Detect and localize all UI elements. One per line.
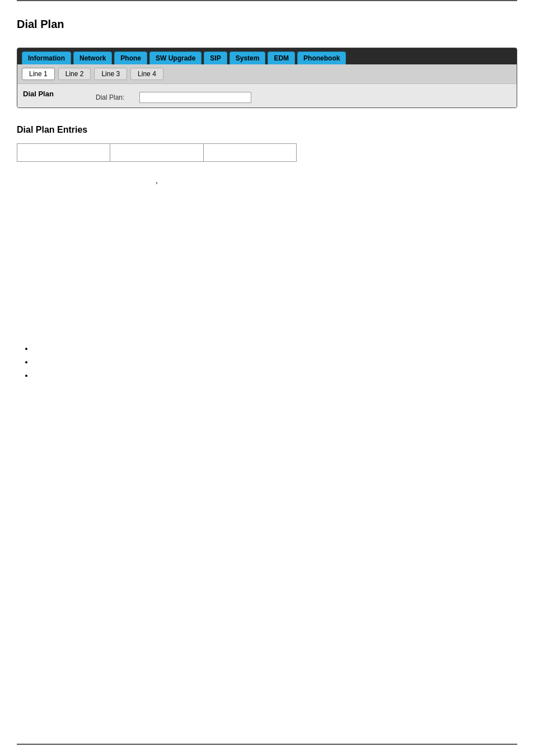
nav-panel: Information Network Phone SW Upgrade SIP… [17, 48, 517, 108]
entry-cell-3[interactable] [203, 144, 296, 162]
entry-cell-1[interactable] [17, 144, 110, 162]
tab-phonebook[interactable]: Phonebook [297, 52, 346, 64]
tab-information[interactable]: Information [22, 52, 71, 64]
sub-tabs-row: Line 1 Line 2 Line 3 Line 4 [17, 64, 517, 84]
bullet-item-2 [34, 358, 517, 368]
nav-tabs-row: Information Network Phone SW Upgrade SIP… [17, 48, 517, 64]
dial-plan-input[interactable] [139, 92, 251, 103]
tab-edm[interactable]: EDM [268, 52, 295, 64]
tab-network[interactable]: Network [73, 52, 112, 64]
sub-tab-line2[interactable]: Line 2 [58, 68, 91, 80]
tab-system[interactable]: System [229, 52, 266, 64]
page-content: Dial Plan Information Network Phone SW U… [0, 1, 534, 396]
dial-plan-section-label: Dial Plan [23, 88, 96, 99]
page-title: Dial Plan [17, 18, 517, 31]
dial-plan-fields: Dial Plan: [96, 88, 511, 103]
bullet-item-3 [34, 371, 517, 381]
tab-sw-upgrade[interactable]: SW Upgrade [149, 52, 202, 64]
entries-table [17, 143, 297, 162]
tab-sip[interactable]: SIP [204, 52, 227, 64]
dial-plan-field-label: Dial Plan: [96, 94, 135, 101]
sub-tab-line1[interactable]: Line 1 [22, 68, 55, 80]
dial-plan-row: Dial Plan Dial Plan: [17, 84, 517, 108]
comma-separator: , [17, 173, 297, 188]
bullet-list [17, 344, 517, 381]
page-wrapper: Dial Plan Information Network Phone SW U… [0, 0, 534, 756]
tab-phone[interactable]: Phone [114, 52, 147, 64]
bottom-border [17, 744, 517, 745]
entry-cell-2[interactable] [110, 144, 203, 162]
bullet-item-1 [34, 344, 517, 354]
nav-sub-content: Line 1 Line 2 Line 3 Line 4 Dial Plan Di… [17, 64, 517, 108]
dial-plan-entries-heading: Dial Plan Entries [17, 125, 517, 135]
sub-tab-line4[interactable]: Line 4 [130, 68, 163, 80]
table-row [17, 144, 297, 162]
dial-plan-field-row: Dial Plan: [96, 92, 511, 103]
sub-tab-line3[interactable]: Line 3 [94, 68, 127, 80]
